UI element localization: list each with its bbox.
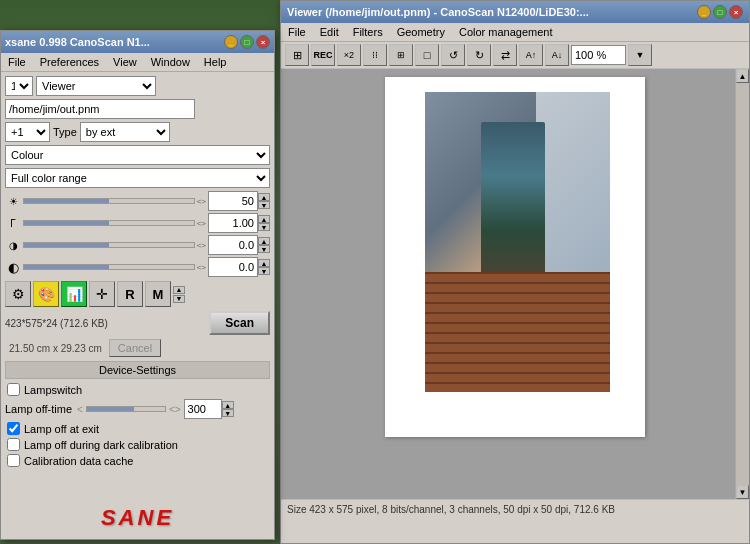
viewer-menu-file[interactable]: File [285, 25, 309, 39]
scroll-down-btn[interactable]: ▼ [173, 295, 185, 303]
menu-help[interactable]: Help [201, 55, 230, 69]
shadow-up[interactable]: ▲ [258, 259, 270, 267]
menu-file[interactable]: File [5, 55, 29, 69]
toolbar-zoom-dropdown-btn[interactable]: ▼ [628, 44, 652, 66]
menu-preferences[interactable]: Preferences [37, 55, 102, 69]
lampoff-down[interactable]: ▼ [222, 409, 234, 417]
viewer-menu-color[interactable]: Color management [456, 25, 556, 39]
brightness-input[interactable] [208, 191, 258, 211]
viewer-type-select[interactable]: Viewer [36, 76, 156, 96]
slider1-left-arrow[interactable]: <> [197, 197, 206, 206]
lampoff-fill [87, 407, 134, 411]
lampoff-up[interactable]: ▲ [222, 401, 234, 409]
toolbar-rotate-ccw-btn[interactable]: ↺ [441, 44, 465, 66]
toolbar-font-dn-btn[interactable]: A↓ [545, 44, 569, 66]
tool-select-icon[interactable]: R [117, 281, 143, 307]
contrast-slider-track [23, 242, 195, 248]
toolbar-font-up-btn[interactable]: A↑ [519, 44, 543, 66]
viewer-menu-edit[interactable]: Edit [317, 25, 342, 39]
menu-view[interactable]: View [110, 55, 140, 69]
toolbar-fullgrid-btn[interactable]: ⊞ [389, 44, 413, 66]
step-select[interactable]: +1 [5, 122, 50, 142]
calibration-checkbox[interactable] [7, 454, 20, 467]
zoom-value: 100 % [575, 49, 606, 61]
scan-button[interactable]: Scan [209, 311, 270, 335]
tool-scan-icon[interactable]: ⚙ [5, 281, 31, 307]
range-select[interactable]: Full color range [5, 168, 270, 188]
tool-histogram-icon[interactable]: 📊 [61, 281, 87, 307]
contrast-down[interactable]: ▼ [258, 245, 270, 253]
viewer-canvas-area: ▲ ▼ [281, 69, 749, 499]
tool-color-icon[interactable]: 🎨 [33, 281, 59, 307]
toolbar-flip-btn[interactable]: ⇄ [493, 44, 517, 66]
colour-row: Colour [5, 145, 270, 165]
toolbar-square-btn[interactable]: □ [415, 44, 439, 66]
lamp-exit-checkbox[interactable] [7, 422, 20, 435]
scan-info-label: 423*575*24 (712.6 KB) [5, 318, 205, 329]
slider3-left-arrow[interactable]: <> [197, 241, 206, 250]
gamma-down[interactable]: ▼ [258, 223, 270, 231]
scroll-up-btn[interactable]: ▲ [173, 286, 185, 294]
shadow-down[interactable]: ▼ [258, 267, 270, 275]
sane-menubar: File Preferences View Window Help [1, 53, 274, 72]
scroll-up[interactable]: ▲ [736, 69, 749, 83]
toolbar-dotgrid-btn[interactable]: ⁞⁞ [363, 44, 387, 66]
viewer-close-btn[interactable]: × [729, 5, 743, 19]
contrast-input[interactable] [208, 235, 258, 255]
brightness-icon: ☀ [5, 193, 21, 209]
viewer-num-select[interactable]: 1 [5, 76, 33, 96]
scroll-vertical[interactable]: ▲ ▼ [735, 69, 749, 499]
lampoff-value-input[interactable] [184, 399, 222, 419]
type-label: Type [53, 126, 77, 138]
lampoff-right-arrow[interactable]: <> [169, 404, 181, 415]
menu-window[interactable]: Window [148, 55, 193, 69]
shadow-input[interactable] [208, 257, 258, 277]
cancel-button[interactable]: Cancel [109, 339, 161, 357]
lamp-dark-checkbox[interactable] [7, 438, 20, 451]
toolbar-rec-btn[interactable]: REC [311, 44, 335, 66]
photo-content [425, 92, 610, 392]
close-button[interactable]: × [256, 35, 270, 49]
gamma-slider-track [23, 220, 195, 226]
viewer-maximize-btn[interactable]: □ [713, 5, 727, 19]
sane-window: xsane 0.998 CanoScan N1... _ □ × File Pr… [0, 30, 275, 540]
dimensions-label: 21.50 cm x 29.23 cm [5, 342, 106, 355]
scanned-image-container [385, 77, 645, 437]
lampswitch-checkbox[interactable] [7, 383, 20, 396]
slider2-left-arrow[interactable]: <> [197, 219, 206, 228]
viewer-minimize-btn[interactable]: _ [697, 5, 711, 19]
contrast-up[interactable]: ▲ [258, 237, 270, 245]
scanned-image [425, 92, 610, 392]
tool-crosshair-icon[interactable]: ✛ [89, 281, 115, 307]
tool-measure-icon[interactable]: M [145, 281, 171, 307]
shadow-icon: ◐ [5, 259, 21, 275]
colour-select[interactable]: Colour [5, 145, 270, 165]
lampoff-slider[interactable] [86, 406, 166, 412]
lampoff-left-arrow[interactable]: < [77, 404, 83, 415]
toolbar-grid-btn[interactable]: ⊞ [285, 44, 309, 66]
minimize-button[interactable]: _ [224, 35, 238, 49]
zoom-display: 100 % [571, 45, 626, 65]
sane-title: xsane 0.998 CanoScan N1... [5, 36, 150, 48]
viewer-menu-geometry[interactable]: Geometry [394, 25, 448, 39]
shadow-value-wrapper: ▲ ▼ [208, 257, 270, 277]
viewer-menubar: File Edit Filters Geometry Color managem… [281, 23, 749, 42]
gamma-value-wrapper: ▲ ▼ [208, 213, 270, 233]
scroll-thumb [736, 83, 749, 485]
toolbar-x2-btn[interactable]: ×2 [337, 44, 361, 66]
maximize-button[interactable]: □ [240, 35, 254, 49]
viewer-menu-filters[interactable]: Filters [350, 25, 386, 39]
contrast-icon: ◑ [5, 237, 21, 253]
viewer-row: 1 Viewer [5, 76, 270, 96]
brightness-down[interactable]: ▼ [258, 201, 270, 209]
toolbar-rotate-cw-btn[interactable]: ↻ [467, 44, 491, 66]
filepath-input[interactable] [5, 99, 195, 119]
gamma-spinners: ▲ ▼ [258, 215, 270, 231]
brightness-up[interactable]: ▲ [258, 193, 270, 201]
type-value-select[interactable]: by ext [80, 122, 170, 142]
gamma-up[interactable]: ▲ [258, 215, 270, 223]
viewer-window: Viewer (/home/jim/out.pnm) - CanoScan N1… [280, 0, 750, 544]
gamma-input[interactable] [208, 213, 258, 233]
scroll-down[interactable]: ▼ [736, 485, 749, 499]
slider4-left-arrow[interactable]: <> [197, 263, 206, 272]
